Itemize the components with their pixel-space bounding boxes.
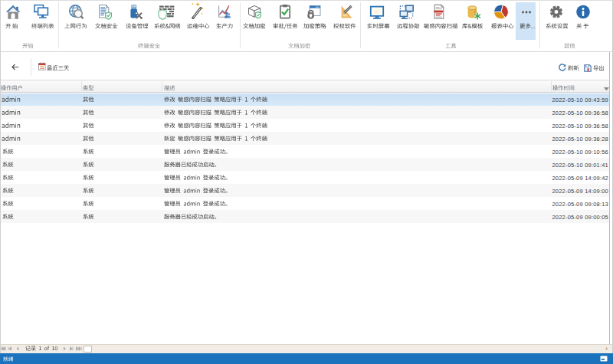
svg-text:21: 21 <box>40 66 44 70</box>
